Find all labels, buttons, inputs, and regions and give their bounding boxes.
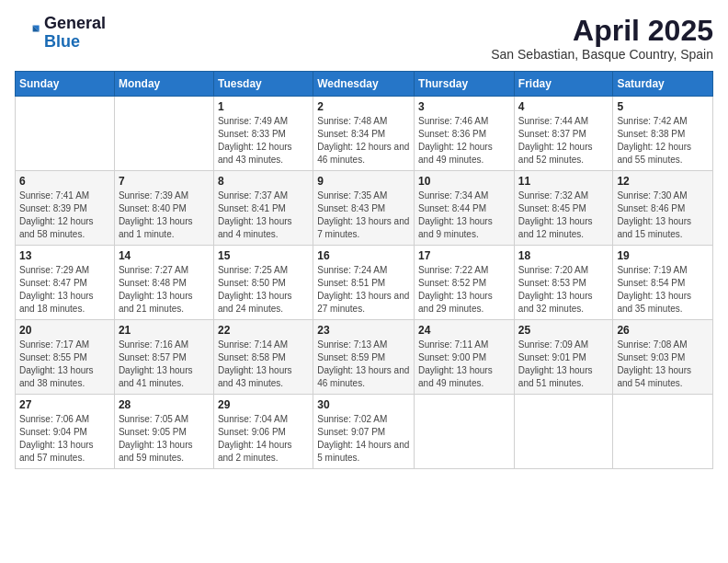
header-thursday: Thursday (415, 72, 515, 97)
day-info: Sunrise: 7:46 AM Sunset: 8:36 PM Dayligh… (418, 115, 510, 167)
calendar-cell: 16Sunrise: 7:24 AM Sunset: 8:51 PM Dayli… (313, 246, 415, 320)
day-info: Sunrise: 7:14 AM Sunset: 8:58 PM Dayligh… (218, 339, 309, 390)
day-number: 5 (617, 100, 709, 113)
calendar-cell: 20Sunrise: 7:17 AM Sunset: 8:55 PM Dayli… (16, 320, 115, 395)
calendar-row-3: 13Sunrise: 7:29 AM Sunset: 8:47 PM Dayli… (16, 246, 713, 320)
month-title: April 2025 (491, 15, 713, 47)
calendar-cell: 24Sunrise: 7:11 AM Sunset: 9:00 PM Dayli… (415, 320, 515, 395)
calendar-cell: 6Sunrise: 7:41 AM Sunset: 8:39 PM Daylig… (16, 171, 115, 246)
day-info: Sunrise: 7:05 AM Sunset: 9:05 PM Dayligh… (119, 413, 210, 465)
calendar-row-2: 6Sunrise: 7:41 AM Sunset: 8:39 PM Daylig… (16, 171, 713, 246)
day-info: Sunrise: 7:09 AM Sunset: 9:01 PM Dayligh… (518, 339, 609, 390)
calendar-cell (114, 97, 213, 171)
day-number: 24 (418, 324, 510, 337)
calendar-cell: 19Sunrise: 7:19 AM Sunset: 8:54 PM Dayli… (613, 246, 713, 320)
logo-blue: Blue (44, 33, 106, 52)
calendar-cell: 2Sunrise: 7:48 AM Sunset: 8:34 PM Daylig… (313, 97, 415, 171)
calendar-cell: 4Sunrise: 7:44 AM Sunset: 8:37 PM Daylig… (514, 97, 613, 171)
day-number: 1 (218, 100, 309, 113)
day-number: 10 (418, 175, 510, 188)
calendar-cell: 1Sunrise: 7:49 AM Sunset: 8:33 PM Daylig… (213, 97, 313, 171)
calendar-cell: 8Sunrise: 7:37 AM Sunset: 8:41 PM Daylig… (213, 171, 313, 246)
header-tuesday: Tuesday (213, 72, 313, 97)
calendar-cell (16, 97, 115, 171)
calendar-cell: 22Sunrise: 7:14 AM Sunset: 8:58 PM Dayli… (213, 320, 313, 395)
header-wednesday: Wednesday (313, 72, 415, 97)
day-number: 20 (19, 324, 110, 337)
calendar-cell: 28Sunrise: 7:05 AM Sunset: 9:05 PM Dayli… (114, 395, 213, 469)
calendar-cell: 17Sunrise: 7:22 AM Sunset: 8:52 PM Dayli… (415, 246, 515, 320)
calendar-cell: 3Sunrise: 7:46 AM Sunset: 8:36 PM Daylig… (415, 97, 515, 171)
day-info: Sunrise: 7:49 AM Sunset: 8:33 PM Dayligh… (218, 115, 309, 167)
logo: General Blue (15, 15, 106, 52)
day-info: Sunrise: 7:35 AM Sunset: 8:43 PM Dayligh… (317, 190, 410, 241)
calendar-row-4: 20Sunrise: 7:17 AM Sunset: 8:55 PM Dayli… (16, 320, 713, 395)
day-info: Sunrise: 7:17 AM Sunset: 8:55 PM Dayligh… (19, 339, 110, 390)
day-number: 16 (317, 249, 410, 262)
day-info: Sunrise: 7:29 AM Sunset: 8:47 PM Dayligh… (19, 264, 110, 316)
day-info: Sunrise: 7:02 AM Sunset: 9:07 PM Dayligh… (317, 413, 410, 465)
day-info: Sunrise: 7:20 AM Sunset: 8:53 PM Dayligh… (518, 264, 609, 316)
calendar-cell (613, 395, 713, 469)
day-number: 15 (218, 249, 309, 262)
page-header: General Blue April 2025 San Sebastian, B… (15, 15, 713, 62)
header-saturday: Saturday (613, 72, 713, 97)
day-info: Sunrise: 7:34 AM Sunset: 8:44 PM Dayligh… (418, 190, 510, 241)
day-number: 17 (418, 249, 510, 262)
calendar-cell: 11Sunrise: 7:32 AM Sunset: 8:45 PM Dayli… (514, 171, 613, 246)
day-info: Sunrise: 7:06 AM Sunset: 9:04 PM Dayligh… (19, 413, 110, 465)
day-number: 18 (518, 249, 609, 262)
calendar-table: SundayMondayTuesdayWednesdayThursdayFrid… (15, 71, 713, 469)
day-number: 21 (119, 324, 210, 337)
day-info: Sunrise: 7:16 AM Sunset: 8:57 PM Dayligh… (119, 339, 210, 390)
location-title: San Sebastian, Basque Country, Spain (491, 47, 713, 62)
day-info: Sunrise: 7:32 AM Sunset: 8:45 PM Dayligh… (518, 190, 609, 241)
header-row: SundayMondayTuesdayWednesdayThursdayFrid… (16, 72, 713, 97)
calendar-cell (415, 395, 515, 469)
calendar-cell: 14Sunrise: 7:27 AM Sunset: 8:48 PM Dayli… (114, 246, 213, 320)
calendar-row-5: 27Sunrise: 7:06 AM Sunset: 9:04 PM Dayli… (16, 395, 713, 469)
calendar-cell: 21Sunrise: 7:16 AM Sunset: 8:57 PM Dayli… (114, 320, 213, 395)
day-number: 4 (518, 100, 609, 113)
day-number: 22 (218, 324, 309, 337)
day-info: Sunrise: 7:22 AM Sunset: 8:52 PM Dayligh… (418, 264, 510, 316)
day-number: 13 (19, 249, 110, 262)
calendar-cell: 29Sunrise: 7:04 AM Sunset: 9:06 PM Dayli… (213, 395, 313, 469)
day-info: Sunrise: 7:30 AM Sunset: 8:46 PM Dayligh… (617, 190, 709, 241)
calendar-cell: 15Sunrise: 7:25 AM Sunset: 8:50 PM Dayli… (213, 246, 313, 320)
calendar-cell: 26Sunrise: 7:08 AM Sunset: 9:03 PM Dayli… (613, 320, 713, 395)
calendar-cell: 5Sunrise: 7:42 AM Sunset: 8:38 PM Daylig… (613, 97, 713, 171)
day-number: 2 (317, 100, 410, 113)
calendar-cell: 30Sunrise: 7:02 AM Sunset: 9:07 PM Dayli… (313, 395, 415, 469)
day-number: 25 (518, 324, 609, 337)
day-number: 8 (218, 175, 309, 188)
calendar-cell: 27Sunrise: 7:06 AM Sunset: 9:04 PM Dayli… (16, 395, 115, 469)
day-info: Sunrise: 7:37 AM Sunset: 8:41 PM Dayligh… (218, 190, 309, 241)
day-info: Sunrise: 7:08 AM Sunset: 9:03 PM Dayligh… (617, 339, 709, 390)
day-number: 27 (19, 398, 110, 411)
day-info: Sunrise: 7:11 AM Sunset: 9:00 PM Dayligh… (418, 339, 510, 390)
calendar-cell: 12Sunrise: 7:30 AM Sunset: 8:46 PM Dayli… (613, 171, 713, 246)
header-friday: Friday (514, 72, 613, 97)
day-info: Sunrise: 7:04 AM Sunset: 9:06 PM Dayligh… (218, 413, 309, 465)
day-number: 26 (617, 324, 709, 337)
day-info: Sunrise: 7:39 AM Sunset: 8:40 PM Dayligh… (119, 190, 210, 241)
logo-text: General Blue (44, 15, 106, 52)
logo-general: General (44, 15, 106, 33)
title-area: April 2025 San Sebastian, Basque Country… (491, 15, 713, 62)
calendar-cell: 9Sunrise: 7:35 AM Sunset: 8:43 PM Daylig… (313, 171, 415, 246)
day-number: 19 (617, 249, 709, 262)
day-info: Sunrise: 7:27 AM Sunset: 8:48 PM Dayligh… (119, 264, 210, 316)
day-info: Sunrise: 7:24 AM Sunset: 8:51 PM Dayligh… (317, 264, 410, 316)
header-sunday: Sunday (16, 72, 115, 97)
calendar-cell: 13Sunrise: 7:29 AM Sunset: 8:47 PM Dayli… (16, 246, 115, 320)
calendar-cell: 18Sunrise: 7:20 AM Sunset: 8:53 PM Dayli… (514, 246, 613, 320)
calendar-header: SundayMondayTuesdayWednesdayThursdayFrid… (16, 72, 713, 97)
day-info: Sunrise: 7:13 AM Sunset: 8:59 PM Dayligh… (317, 339, 410, 390)
logo-icon (15, 20, 40, 46)
calendar-cell: 23Sunrise: 7:13 AM Sunset: 8:59 PM Dayli… (313, 320, 415, 395)
day-number: 9 (317, 175, 410, 188)
day-info: Sunrise: 7:44 AM Sunset: 8:37 PM Dayligh… (518, 115, 609, 167)
day-number: 29 (218, 398, 309, 411)
day-number: 7 (119, 175, 210, 188)
